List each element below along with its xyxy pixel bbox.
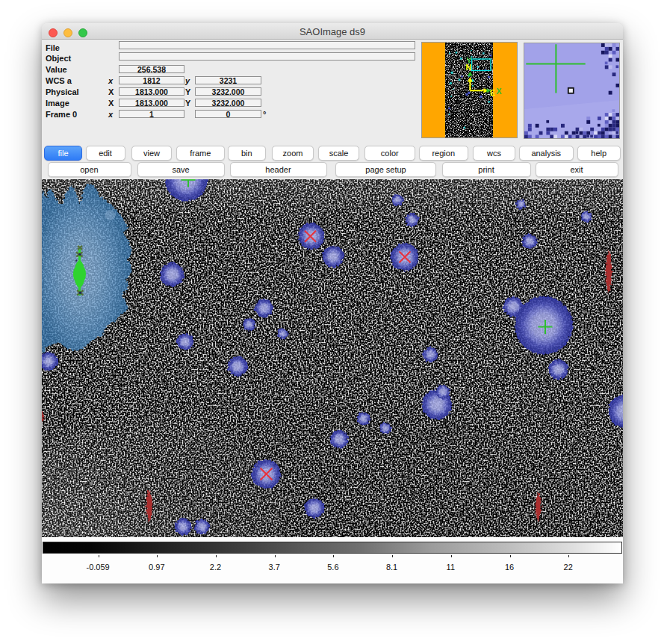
svg-text:X: X [497, 87, 502, 96]
svg-text:E: E [490, 88, 495, 97]
svg-text:Y: Y [467, 56, 472, 65]
